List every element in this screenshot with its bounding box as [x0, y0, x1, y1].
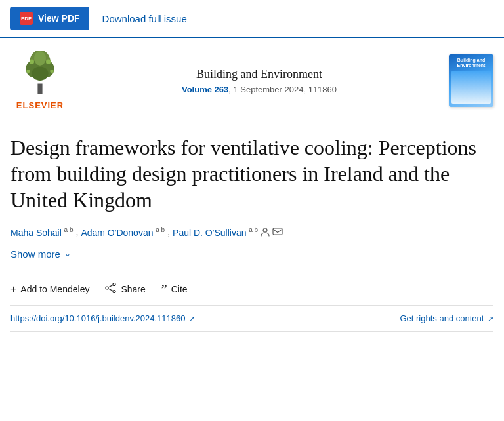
svg-rect-0 [37, 84, 42, 94]
bottom-divider [10, 331, 494, 332]
svg-point-6 [30, 60, 34, 64]
doi-bar: https://doi.org/10.1016/j.buildenv.2024.… [10, 306, 494, 323]
doi-link[interactable]: https://doi.org/10.1016/j.buildenv.2024.… [10, 313, 195, 323]
author-3-link[interactable]: Paul D. O'Sullivan [173, 228, 246, 238]
svg-point-12 [113, 283, 116, 285]
show-more-button[interactable]: Show more ⌄ [10, 249, 71, 260]
view-pdf-label: View PDF [38, 13, 80, 24]
elsevier-brand-text: ELSEVIER [16, 100, 64, 110]
svg-point-4 [32, 66, 48, 81]
svg-point-14 [106, 287, 108, 289]
author-1: Maha Sohail a b [10, 226, 74, 238]
author-1-sup: a b [62, 226, 74, 233]
journal-cover-image: Building andEnvironment [449, 54, 494, 107]
authors-line: Maha Sohail a b , Adam O'Donovan a b , P… [10, 226, 494, 238]
share-button[interactable]: Share [105, 283, 145, 296]
journal-info: Building and Environment Volume 263, 1 S… [70, 68, 449, 94]
svg-line-16 [108, 289, 113, 291]
separator-1: , [76, 227, 79, 237]
elsevier-tree-icon [16, 51, 64, 98]
cover-image-area [452, 71, 491, 104]
journal-volume: Volume 263, 1 September 2024, 111860 [70, 85, 449, 94]
pdf-icon-text: PDF [21, 16, 32, 22]
add-to-mendeley-button[interactable]: + Add to Mendeley [10, 283, 89, 295]
quote-icon: ” [161, 283, 167, 296]
elsevier-logo: ELSEVIER [10, 51, 70, 110]
plus-icon: + [10, 283, 16, 295]
download-issue-link[interactable]: Download full issue [102, 13, 187, 24]
actions-bar: + Add to Mendeley Share ” Cite [10, 273, 494, 306]
svg-point-7 [46, 60, 51, 64]
doi-arrow-icon: ↗ [189, 315, 195, 323]
author-3: Paul D. O'Sullivan a b [173, 226, 258, 238]
show-more-label: Show more [10, 249, 60, 260]
svg-point-8 [26, 70, 30, 73]
get-rights-label: Get rights and content [400, 313, 484, 323]
author-email-icon[interactable] [272, 228, 282, 237]
author-person-icon [261, 228, 270, 237]
volume-link[interactable]: Volume 263 [182, 85, 228, 94]
volume-date: , 1 September 2024, 111860 [228, 85, 337, 94]
author-3-sup: a b [247, 226, 258, 233]
article-section: Design frameworks for ventilative coolin… [0, 121, 504, 332]
svg-point-10 [263, 228, 267, 232]
author-2-link[interactable]: Adam O'Donovan [81, 228, 153, 238]
chevron-down-icon: ⌄ [64, 249, 71, 258]
author-2: Adam O'Donovan a b [81, 226, 165, 238]
cite-label: Cite [171, 284, 188, 294]
share-label: Share [121, 284, 145, 294]
mendeley-label: Add to Mendeley [20, 284, 89, 294]
svg-point-9 [50, 70, 53, 73]
pdf-icon: PDF [20, 12, 33, 25]
separator-2: , [167, 227, 170, 237]
view-pdf-button[interactable]: PDF View PDF [10, 7, 89, 30]
cover-title: Building andEnvironment [457, 58, 486, 69]
top-bar: PDF View PDF Download full issue [0, 0, 504, 38]
article-title: Design frameworks for ventilative coolin… [10, 134, 494, 213]
author-2-sup: a b [154, 226, 165, 233]
svg-line-15 [108, 285, 113, 287]
svg-point-13 [113, 290, 116, 292]
share-icon [105, 283, 117, 296]
rights-arrow-icon: ↗ [488, 315, 494, 323]
svg-rect-11 [273, 228, 282, 235]
cite-button[interactable]: ” Cite [161, 283, 188, 296]
journal-name: Building and Environment [70, 68, 449, 81]
doi-text: https://doi.org/10.1016/j.buildenv.2024.… [10, 313, 185, 323]
journal-header: ELSEVIER Building and Environment Volume… [0, 38, 504, 121]
author-1-link[interactable]: Maha Sohail [10, 228, 62, 238]
get-rights-link[interactable]: Get rights and content ↗ [400, 313, 494, 323]
svg-point-5 [34, 51, 46, 66]
